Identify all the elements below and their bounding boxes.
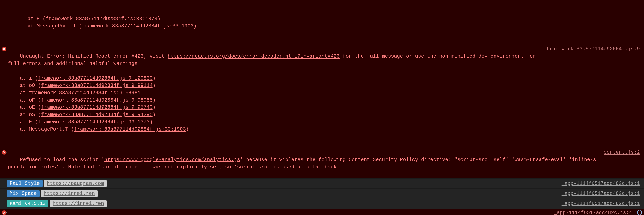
console-log-row: Mix Space https://innei.ren _app-1114f65… — [0, 188, 644, 198]
source-link[interactable]: _app-1114f6517adc482c.js:1 — [562, 191, 642, 196]
log-url-badge[interactable]: https://innei.ren — [50, 200, 106, 207]
source-link[interactable]: _app-1114f6517adc482c.js:1 — [562, 201, 642, 206]
source-link[interactable]: _app-1114f6517adc482c.js:1 — [562, 181, 642, 186]
log-badge: Mix Space — [7, 190, 40, 197]
csp-error-message: Refused to load the script 'https://www.… — [8, 149, 604, 178]
stack-frame[interactable]: at i (framework-83a877114d92884f.js:9:12… — [8, 75, 542, 82]
log-url-badge[interactable]: https://innei.ren — [41, 190, 98, 197]
console-log-row: Kami v4.5.13 https://innei.ren _app-1114… — [0, 198, 644, 208]
stack-frame[interactable]: at oO (framework-83a877114d92884f.js:9:9… — [8, 82, 542, 89]
console-log-row: Paul Style https://paugram.com _app-1114… — [0, 178, 644, 188]
stack-frame[interactable]: at E (framework-83a877114d92884f.js:33:1… — [16, 15, 638, 23]
stack-frame[interactable]: at MessagePort.T (framework-83a877114d92… — [8, 126, 542, 133]
stack-frame[interactable]: at oF (framework-83a877114d92884f.js:9:9… — [8, 97, 542, 104]
stack-frame[interactable]: at oE (framework-83a877114d92884f.js:9:9… — [8, 104, 542, 111]
error-icon — [2, 150, 6, 155]
source-link[interactable]: content.js:2 — [604, 149, 642, 156]
error-icon — [2, 210, 6, 215]
react-error-message: Uncaught Error: Minified React error #42… — [8, 46, 546, 147]
log-badge: Paul Style — [7, 180, 42, 187]
csp-script-link[interactable]: https://www.google-analytics.com/analyti… — [104, 157, 240, 163]
source-link[interactable]: _app-1114f6517adc482c.js:4 — [554, 209, 634, 215]
react-error-link[interactable]: https://reactjs.org/docs/error-decoder.h… — [168, 54, 340, 59]
stack-frame[interactable]: at oS (framework-83a877114d92884f.js:9:9… — [8, 111, 542, 118]
react-error-row[interactable]: ▶ Uncaught Error: Minified React error #… — [0, 45, 644, 148]
retry-icon[interactable] — [637, 210, 642, 215]
network-error-row[interactable]: ▶ POST https://innei.ren/monitoring?o=45… — [0, 208, 644, 215]
stack-frame[interactable]: at MessagePort.T (framework-83a877114d92… — [16, 23, 638, 30]
log-badge: Kami v4.5.13 — [7, 200, 48, 207]
csp-error-row[interactable]: ▶ Refused to load the script 'https://ww… — [0, 148, 644, 179]
source-link[interactable]: framework-83a877114d92884f.js:9 — [546, 46, 642, 53]
stack-frame[interactable]: at framework-83a877114d92884f.js:9:98981 — [8, 89, 542, 97]
stack-frame[interactable]: at E (framework-83a877114d92884f.js:33:1… — [8, 118, 542, 126]
log-url-badge[interactable]: https://paugram.com — [44, 180, 107, 187]
stack-tail: at E (framework-83a877114d92884f.js:33:1… — [0, 0, 644, 45]
network-error-message: POST https://innei.ren/monitoring?o=4505… — [8, 209, 554, 215]
